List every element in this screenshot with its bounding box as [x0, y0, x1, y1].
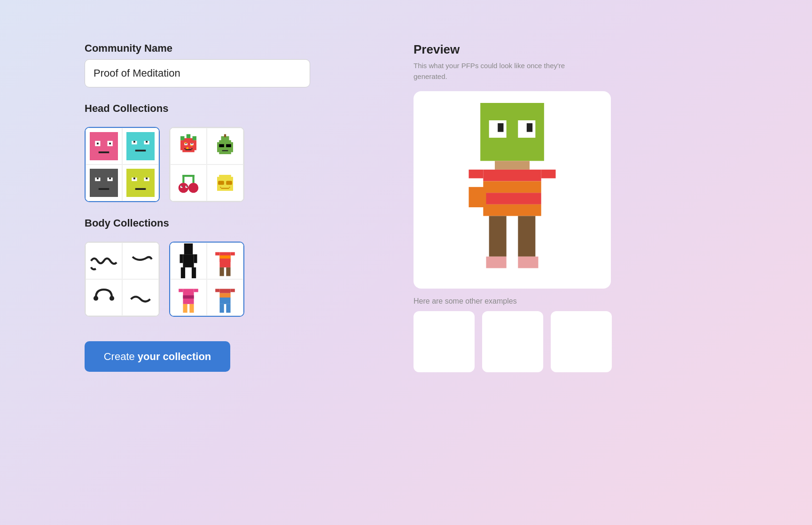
examples-label: Here are some other examples [414, 297, 774, 306]
svg-rect-30 [187, 134, 191, 139]
body-cell-4 [207, 279, 243, 316]
head-collection-fruits[interactable] [169, 127, 244, 202]
svg-rect-18 [126, 169, 155, 197]
head-cell-3 [86, 165, 122, 201]
examples-row [414, 311, 774, 372]
svg-rect-61 [221, 188, 229, 189]
svg-rect-37 [185, 148, 186, 149]
svg-rect-96 [527, 123, 532, 132]
body-collections-row [85, 242, 376, 317]
svg-rect-102 [469, 187, 486, 207]
svg-rect-43 [226, 144, 231, 147]
svg-rect-5 [99, 151, 109, 153]
fruit-cell-4 [207, 165, 243, 201]
svg-rect-45 [224, 134, 226, 137]
svg-rect-70 [180, 254, 183, 263]
community-name-input[interactable] [85, 59, 310, 87]
svg-rect-11 [135, 150, 146, 152]
svg-rect-107 [486, 257, 507, 268]
svg-rect-21 [133, 178, 135, 180]
svg-rect-17 [99, 188, 109, 190]
svg-rect-36 [186, 149, 192, 150]
svg-rect-98 [483, 170, 541, 181]
left-panel: Community Name Head Collections [85, 28, 376, 497]
svg-rect-54 [181, 186, 182, 187]
squiggle-cell-4 [122, 279, 159, 316]
svg-rect-99 [483, 181, 541, 193]
preview-title: Preview [414, 42, 774, 57]
body-collection-pixel[interactable] [169, 242, 244, 317]
svg-rect-6 [126, 132, 155, 160]
create-btn-normal-text: Create [104, 351, 135, 363]
svg-rect-31 [193, 136, 197, 141]
svg-rect-60 [224, 182, 226, 184]
svg-rect-23 [135, 188, 146, 190]
page-container: Community Name Head Collections [0, 0, 812, 525]
body-collection-squiggles[interactable] [85, 242, 160, 317]
svg-rect-58 [218, 181, 224, 185]
svg-rect-91 [231, 289, 235, 292]
create-collection-button[interactable]: Create your collection [85, 341, 230, 372]
squiggle-cell-2 [122, 243, 159, 279]
svg-rect-78 [231, 252, 235, 256]
head-collections-section: Head Collections [85, 102, 376, 202]
svg-rect-48 [188, 183, 198, 193]
head-cell-4 [122, 165, 159, 201]
svg-rect-51 [182, 175, 195, 177]
svg-rect-55 [187, 186, 187, 187]
svg-rect-82 [189, 304, 194, 313]
svg-rect-64 [94, 296, 98, 301]
create-btn-bold-text: your collection [138, 351, 211, 363]
preview-subtitle: This what your PFPs could look like once… [414, 61, 592, 82]
svg-rect-84 [194, 289, 198, 292]
svg-rect-104 [541, 170, 556, 179]
svg-rect-89 [226, 304, 230, 313]
community-name-section: Community Name [85, 42, 376, 87]
svg-rect-86 [219, 293, 230, 298]
svg-rect-22 [146, 178, 148, 180]
svg-rect-73 [219, 255, 230, 259]
fruit-cell-3 [170, 165, 207, 201]
svg-rect-77 [215, 252, 219, 256]
preview-card [414, 91, 611, 289]
svg-rect-100 [483, 193, 541, 204]
svg-rect-46 [222, 150, 228, 151]
svg-rect-68 [181, 267, 185, 278]
svg-rect-75 [219, 267, 224, 276]
svg-rect-34 [186, 143, 187, 144]
svg-rect-12 [90, 169, 118, 197]
svg-rect-9 [133, 141, 135, 143]
body-collections-label: Body Collections [85, 217, 376, 229]
svg-rect-44 [224, 145, 226, 146]
head-cell-2 [122, 128, 159, 165]
community-name-label: Community Name [85, 42, 376, 55]
svg-rect-0 [90, 132, 118, 160]
head-collection-selected[interactable] [85, 127, 160, 202]
svg-rect-4 [109, 143, 111, 145]
svg-rect-38 [191, 148, 192, 149]
svg-rect-90 [215, 289, 219, 292]
example-card-3 [551, 311, 612, 372]
svg-rect-93 [489, 120, 507, 138]
svg-rect-76 [226, 267, 230, 276]
svg-rect-101 [483, 204, 541, 216]
svg-rect-108 [518, 257, 538, 268]
svg-rect-16 [109, 178, 111, 180]
svg-rect-106 [518, 216, 535, 257]
svg-rect-3 [97, 143, 99, 145]
body-cell-2 [207, 243, 243, 279]
svg-rect-81 [183, 304, 187, 313]
svg-rect-15 [97, 178, 99, 180]
squiggle-cell-3 [86, 279, 122, 316]
svg-rect-103 [469, 170, 484, 179]
svg-rect-29 [180, 136, 185, 141]
body-cell-3 [170, 279, 207, 316]
body-collections-section: Body Collections [85, 217, 376, 317]
example-card-1 [414, 311, 475, 372]
svg-rect-59 [226, 181, 232, 185]
svg-rect-28 [187, 147, 188, 149]
svg-rect-97 [495, 161, 530, 169]
svg-rect-80 [183, 295, 194, 298]
svg-rect-95 [498, 123, 503, 132]
svg-rect-83 [179, 289, 183, 292]
